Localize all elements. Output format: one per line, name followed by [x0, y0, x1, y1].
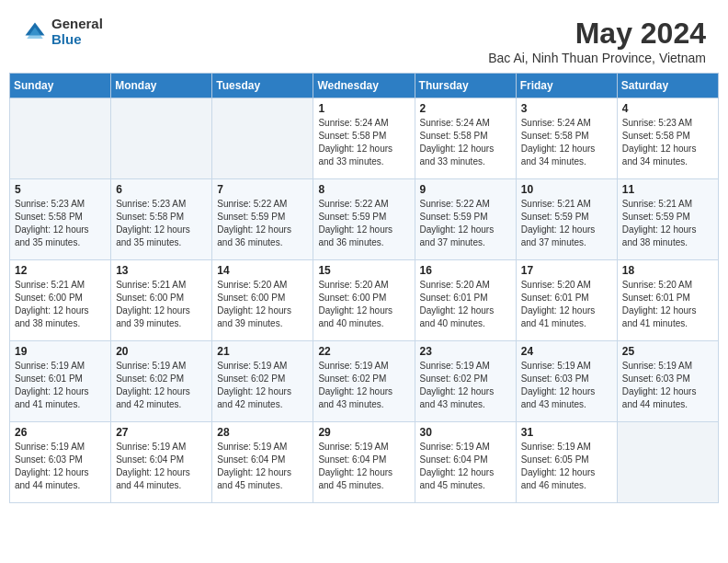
day-number: 26: [15, 426, 106, 439]
day-info: Sunrise: 5:22 AM Sunset: 5:59 PM Dayligh…: [420, 198, 511, 249]
day-number: 21: [217, 345, 308, 358]
calendar-cell: 3Sunrise: 5:24 AM Sunset: 5:58 PM Daylig…: [516, 98, 617, 179]
day-number: 6: [116, 183, 207, 196]
col-friday: Friday: [516, 74, 617, 98]
calendar-cell: 24Sunrise: 5:19 AM Sunset: 6:03 PM Dayli…: [516, 341, 617, 422]
calendar-cell: 28Sunrise: 5:19 AM Sunset: 6:04 PM Dayli…: [212, 422, 313, 503]
day-info: Sunrise: 5:19 AM Sunset: 6:05 PM Dayligh…: [521, 441, 612, 492]
calendar-cell: 9Sunrise: 5:22 AM Sunset: 5:59 PM Daylig…: [415, 179, 516, 260]
day-info: Sunrise: 5:24 AM Sunset: 5:58 PM Dayligh…: [318, 117, 409, 168]
day-info: Sunrise: 5:20 AM Sunset: 6:01 PM Dayligh…: [622, 279, 713, 330]
day-number: 28: [217, 426, 308, 439]
day-info: Sunrise: 5:21 AM Sunset: 6:00 PM Dayligh…: [116, 279, 207, 330]
calendar-cell: 5Sunrise: 5:23 AM Sunset: 5:58 PM Daylig…: [10, 179, 111, 260]
day-info: Sunrise: 5:19 AM Sunset: 6:04 PM Dayligh…: [116, 441, 207, 492]
day-info: Sunrise: 5:24 AM Sunset: 5:58 PM Dayligh…: [420, 117, 511, 168]
day-number: 3: [521, 102, 612, 115]
logo: General Blue: [22, 17, 103, 47]
calendar-cell: 26Sunrise: 5:19 AM Sunset: 6:03 PM Dayli…: [10, 422, 111, 503]
col-sunday: Sunday: [10, 74, 111, 98]
day-number: 4: [622, 102, 713, 115]
day-number: 20: [116, 345, 207, 358]
col-saturday: Saturday: [617, 74, 718, 98]
day-info: Sunrise: 5:20 AM Sunset: 6:00 PM Dayligh…: [318, 279, 409, 330]
calendar-cell: [212, 98, 313, 179]
calendar-cell: 18Sunrise: 5:20 AM Sunset: 6:01 PM Dayli…: [617, 260, 718, 341]
day-info: Sunrise: 5:21 AM Sunset: 5:59 PM Dayligh…: [622, 198, 713, 249]
day-info: Sunrise: 5:24 AM Sunset: 5:58 PM Dayligh…: [521, 117, 612, 168]
day-info: Sunrise: 5:19 AM Sunset: 6:04 PM Dayligh…: [420, 441, 511, 492]
day-number: 22: [318, 345, 409, 358]
calendar-cell: 20Sunrise: 5:19 AM Sunset: 6:02 PM Dayli…: [111, 341, 212, 422]
title-block: May 2024 Bac Ai, Ninh Thuan Province, Vi…: [488, 17, 706, 65]
day-number: 11: [622, 183, 713, 196]
logo-blue-text: Blue: [51, 32, 103, 48]
calendar-cell: 6Sunrise: 5:23 AM Sunset: 5:58 PM Daylig…: [111, 179, 212, 260]
day-number: 15: [318, 264, 409, 277]
calendar-body: 1Sunrise: 5:24 AM Sunset: 5:58 PM Daylig…: [10, 98, 719, 503]
day-number: 7: [217, 183, 308, 196]
col-wednesday: Wednesday: [313, 74, 415, 98]
calendar-cell: 2Sunrise: 5:24 AM Sunset: 5:58 PM Daylig…: [415, 98, 516, 179]
calendar-cell: [617, 422, 718, 503]
day-info: Sunrise: 5:20 AM Sunset: 6:00 PM Dayligh…: [217, 279, 308, 330]
col-monday: Monday: [111, 74, 212, 98]
day-info: Sunrise: 5:20 AM Sunset: 6:01 PM Dayligh…: [420, 279, 511, 330]
calendar-cell: [10, 98, 111, 179]
day-info: Sunrise: 5:19 AM Sunset: 6:01 PM Dayligh…: [15, 360, 106, 411]
day-number: 8: [318, 183, 409, 196]
day-info: Sunrise: 5:19 AM Sunset: 6:03 PM Dayligh…: [622, 360, 713, 411]
calendar-week-1: 1Sunrise: 5:24 AM Sunset: 5:58 PM Daylig…: [10, 98, 719, 179]
col-thursday: Thursday: [415, 74, 516, 98]
day-number: 30: [420, 426, 511, 439]
day-info: Sunrise: 5:19 AM Sunset: 6:03 PM Dayligh…: [15, 441, 106, 492]
calendar-cell: 19Sunrise: 5:19 AM Sunset: 6:01 PM Dayli…: [10, 341, 111, 422]
day-number: 5: [15, 183, 106, 196]
calendar-cell: 1Sunrise: 5:24 AM Sunset: 5:58 PM Daylig…: [313, 98, 415, 179]
day-number: 1: [318, 102, 409, 115]
calendar-wrapper: Sunday Monday Tuesday Wednesday Thursday…: [0, 73, 728, 512]
page-header: General Blue May 2024 Bac Ai, Ninh Thuan…: [0, 0, 728, 73]
day-number: 18: [622, 264, 713, 277]
calendar-cell: 14Sunrise: 5:20 AM Sunset: 6:00 PM Dayli…: [212, 260, 313, 341]
calendar-cell: 23Sunrise: 5:19 AM Sunset: 6:02 PM Dayli…: [415, 341, 516, 422]
day-number: 12: [15, 264, 106, 277]
logo-general-text: General: [51, 17, 103, 32]
calendar-week-2: 5Sunrise: 5:23 AM Sunset: 5:58 PM Daylig…: [10, 179, 719, 260]
day-info: Sunrise: 5:23 AM Sunset: 5:58 PM Dayligh…: [15, 198, 106, 249]
calendar-cell: 11Sunrise: 5:21 AM Sunset: 5:59 PM Dayli…: [617, 179, 718, 260]
day-info: Sunrise: 5:19 AM Sunset: 6:04 PM Dayligh…: [318, 441, 409, 492]
day-info: Sunrise: 5:20 AM Sunset: 6:01 PM Dayligh…: [521, 279, 612, 330]
day-number: 17: [521, 264, 612, 277]
day-number: 27: [116, 426, 207, 439]
day-number: 16: [420, 264, 511, 277]
page-subtitle: Bac Ai, Ninh Thuan Province, Vietnam: [488, 51, 706, 65]
day-info: Sunrise: 5:19 AM Sunset: 6:02 PM Dayligh…: [116, 360, 207, 411]
day-number: 31: [521, 426, 612, 439]
calendar-cell: 12Sunrise: 5:21 AM Sunset: 6:00 PM Dayli…: [10, 260, 111, 341]
day-info: Sunrise: 5:23 AM Sunset: 5:58 PM Dayligh…: [116, 198, 207, 249]
calendar-week-3: 12Sunrise: 5:21 AM Sunset: 6:00 PM Dayli…: [10, 260, 719, 341]
calendar-cell: 31Sunrise: 5:19 AM Sunset: 6:05 PM Dayli…: [516, 422, 617, 503]
day-number: 10: [521, 183, 612, 196]
calendar-cell: 7Sunrise: 5:22 AM Sunset: 5:59 PM Daylig…: [212, 179, 313, 260]
calendar-cell: 25Sunrise: 5:19 AM Sunset: 6:03 PM Dayli…: [617, 341, 718, 422]
day-number: 29: [318, 426, 409, 439]
calendar-cell: 16Sunrise: 5:20 AM Sunset: 6:01 PM Dayli…: [415, 260, 516, 341]
calendar-cell: 29Sunrise: 5:19 AM Sunset: 6:04 PM Dayli…: [313, 422, 415, 503]
calendar-week-5: 26Sunrise: 5:19 AM Sunset: 6:03 PM Dayli…: [10, 422, 719, 503]
calendar-cell: 8Sunrise: 5:22 AM Sunset: 5:59 PM Daylig…: [313, 179, 415, 260]
day-info: Sunrise: 5:21 AM Sunset: 5:59 PM Dayligh…: [521, 198, 612, 249]
col-tuesday: Tuesday: [212, 74, 313, 98]
day-number: 25: [622, 345, 713, 358]
day-number: 9: [420, 183, 511, 196]
day-number: 2: [420, 102, 511, 115]
day-info: Sunrise: 5:19 AM Sunset: 6:04 PM Dayligh…: [217, 441, 308, 492]
day-number: 19: [15, 345, 106, 358]
day-info: Sunrise: 5:22 AM Sunset: 5:59 PM Dayligh…: [217, 198, 308, 249]
page-title: May 2024: [488, 17, 706, 51]
calendar-cell: 10Sunrise: 5:21 AM Sunset: 5:59 PM Dayli…: [516, 179, 617, 260]
calendar-table: Sunday Monday Tuesday Wednesday Thursday…: [9, 73, 719, 503]
day-info: Sunrise: 5:22 AM Sunset: 5:59 PM Dayligh…: [318, 198, 409, 249]
calendar-cell: 30Sunrise: 5:19 AM Sunset: 6:04 PM Dayli…: [415, 422, 516, 503]
